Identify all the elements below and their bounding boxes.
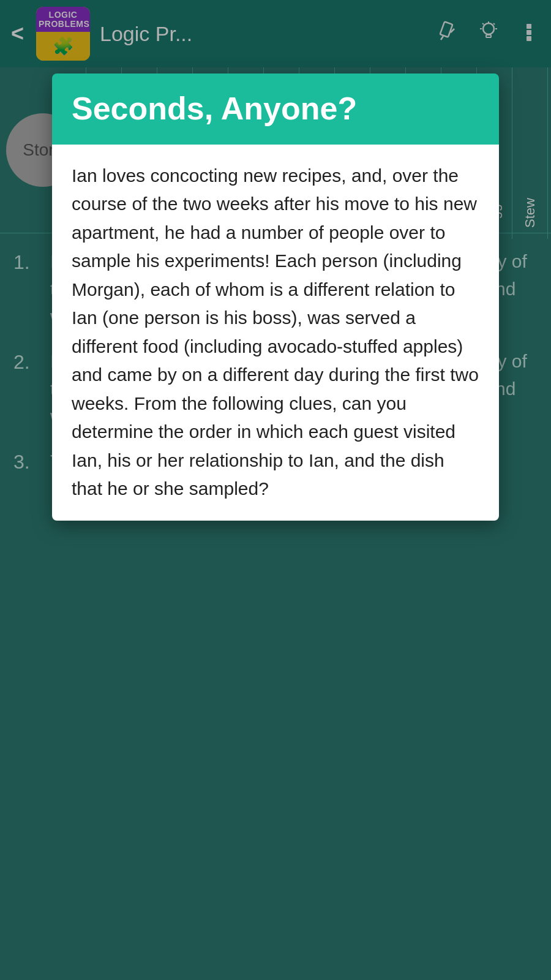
modal-text: Ian loves concocting new recipes, and, o… (72, 162, 479, 503)
modal-body: Ian loves concocting new recipes, and, o… (52, 145, 499, 521)
story-modal[interactable]: Seconds, Anyone? Ian loves concocting ne… (52, 74, 499, 521)
modal-overlay: Seconds, Anyone? Ian loves concocting ne… (0, 0, 551, 980)
modal-header: Seconds, Anyone? (52, 74, 499, 145)
modal-title: Seconds, Anyone? (72, 91, 479, 127)
